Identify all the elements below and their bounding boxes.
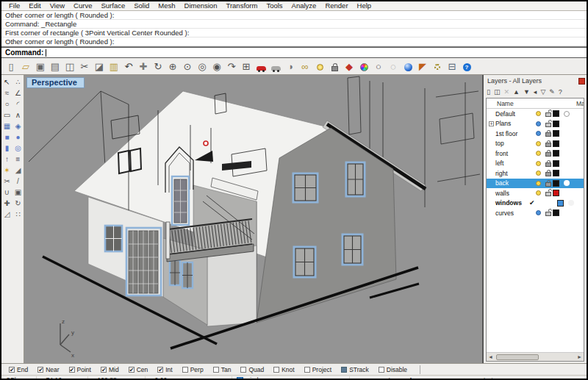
extrude-icon[interactable]: ↑: [1, 154, 12, 165]
surface-icon[interactable]: ▦: [1, 121, 12, 132]
checkbox[interactable]: ✔: [101, 367, 107, 373]
layer-color-swatch[interactable]: [553, 209, 559, 216]
array-icon[interactable]: ∷: [12, 209, 24, 220]
menu-tools[interactable]: Tools: [262, 1, 287, 10]
layer-visibility-icon[interactable]: [534, 151, 543, 156]
layer-color-swatch[interactable]: [553, 180, 559, 187]
layer-row[interactable]: right: [487, 168, 584, 179]
options-gears-icon[interactable]: [431, 60, 445, 74]
command-input-row[interactable]: Command:: [1, 47, 587, 58]
undo-icon[interactable]: ↶: [122, 60, 136, 74]
menu-view[interactable]: View: [46, 1, 69, 10]
render-sphere-icon[interactable]: [401, 60, 415, 74]
layer-visibility-icon[interactable]: [534, 131, 543, 136]
print-icon[interactable]: ▤: [49, 60, 62, 74]
layer-visibility-icon[interactable]: [534, 190, 543, 196]
layer-shell-icon[interactable]: ◆: [343, 60, 356, 74]
new-file-icon[interactable]: ▯: [4, 60, 18, 74]
pan-icon[interactable]: ✚: [137, 60, 151, 74]
layer-color-swatch[interactable]: [553, 170, 559, 176]
viewport[interactable]: Perspective: [24, 75, 482, 363]
new-layer-icon[interactable]: ▯: [487, 87, 490, 97]
rotate-view-icon[interactable]: ↻: [151, 60, 165, 74]
layer-color-swatch[interactable]: [553, 130, 559, 137]
checkbox[interactable]: [341, 367, 347, 373]
layer-row[interactable]: 1st floor: [487, 129, 584, 139]
checkbox[interactable]: ✔: [157, 367, 163, 373]
layer-material-circle[interactable]: [568, 200, 574, 206]
horizontal-scrollbar[interactable]: ◄ ►: [487, 352, 584, 361]
menu-file[interactable]: File: [4, 1, 24, 10]
osnap-project[interactable]: Project: [304, 366, 331, 373]
menu-curve[interactable]: Curve: [69, 1, 96, 10]
save-icon[interactable]: ▣: [34, 60, 48, 74]
link-icon[interactable]: ∞: [298, 60, 312, 74]
paste-icon[interactable]: ▥: [107, 60, 121, 74]
menu-transform[interactable]: Transform: [221, 1, 262, 10]
house-3d-model[interactable]: z y x: [24, 75, 482, 363]
group-icon[interactable]: ▣: [12, 187, 24, 198]
arc-icon[interactable]: ◜: [12, 98, 24, 110]
render-car-ghost-icon[interactable]: [269, 60, 283, 74]
layer-visibility-icon[interactable]: [534, 111, 543, 116]
render-region-icon[interactable]: ◤: [416, 60, 430, 74]
status-toggle-osnap[interactable]: Osnap: [430, 377, 459, 380]
viewport-title[interactable]: Perspective: [26, 77, 85, 88]
layer-lock-icon[interactable]: [543, 190, 553, 196]
osnap-strack[interactable]: STrack: [341, 366, 369, 373]
layer-lock-icon[interactable]: [543, 130, 553, 137]
osnap-end[interactable]: ✔End: [9, 366, 28, 373]
layer-row[interactable]: walls: [487, 188, 584, 198]
zoom-extents-icon[interactable]: ◉: [210, 60, 224, 74]
join-icon[interactable]: ∪: [1, 187, 12, 198]
menu-analyze[interactable]: Analyze: [287, 1, 321, 10]
control-points-icon[interactable]: ∴: [12, 76, 24, 87]
zoom-dynamic-icon[interactable]: ◎: [196, 60, 209, 74]
layer-row[interactable]: top: [487, 139, 584, 149]
expand-icon[interactable]: +: [489, 121, 494, 126]
trim-icon[interactable]: ✂: [1, 176, 12, 187]
osnap-point[interactable]: ✔Point: [69, 366, 91, 373]
layer-material-circle[interactable]: [564, 111, 570, 117]
cut-icon[interactable]: ✂: [78, 60, 92, 74]
menu-mesh[interactable]: Mesh: [154, 1, 179, 10]
layer-lock-icon[interactable]: [543, 170, 553, 176]
layer-color-swatch[interactable]: [553, 160, 559, 167]
menu-surface[interactable]: Surface: [96, 1, 129, 10]
osnap-quad[interactable]: Quad: [240, 366, 264, 373]
circle-icon[interactable]: ○: [1, 98, 12, 110]
checkbox[interactable]: [273, 367, 279, 373]
copy-view-icon[interactable]: ◫: [63, 60, 77, 74]
scroll-left-icon[interactable]: ◄: [487, 354, 495, 361]
menu-help[interactable]: Help: [353, 1, 376, 10]
status-toggle-planar[interactable]: Planar: [401, 377, 430, 380]
panel-close-button[interactable]: [578, 78, 585, 85]
layer-lock-icon[interactable]: [543, 121, 553, 127]
box-icon[interactable]: ■: [1, 132, 12, 143]
layer-lock-icon[interactable]: [543, 150, 553, 157]
rectangle-icon[interactable]: ▭: [1, 110, 12, 121]
scale-icon[interactable]: ◿: [1, 209, 12, 220]
checkbox[interactable]: ✔: [129, 367, 135, 373]
layer-visibility-icon[interactable]: [534, 181, 543, 186]
split-icon[interactable]: /: [12, 176, 24, 187]
osnap-disable[interactable]: Disable: [379, 366, 407, 373]
collapse-icon[interactable]: ◂: [534, 87, 537, 97]
filter-icon[interactable]: ▽: [540, 87, 545, 97]
layer-lock-icon[interactable]: [543, 180, 553, 187]
lock-icon[interactable]: [328, 60, 342, 74]
checkbox[interactable]: [213, 367, 219, 373]
layer-material-circle[interactable]: [564, 180, 570, 186]
move-down-icon[interactable]: ▼: [523, 87, 530, 97]
layer-row[interactable]: front: [487, 148, 584, 159]
osnap-int[interactable]: ✔Int: [157, 366, 172, 373]
layer-color-swatch[interactable]: [553, 110, 559, 117]
checkbox[interactable]: ✔: [9, 367, 15, 373]
layer-row[interactable]: left: [487, 159, 584, 169]
move-up-icon[interactable]: ▲: [513, 87, 520, 97]
surface-corner-icon[interactable]: ◈: [12, 121, 24, 132]
layer-visibility-icon[interactable]: [534, 141, 543, 146]
layer-color-swatch[interactable]: [553, 140, 559, 147]
osnap-mid[interactable]: ✔Mid: [101, 366, 119, 373]
layer-row[interactable]: +Plans: [487, 119, 584, 129]
